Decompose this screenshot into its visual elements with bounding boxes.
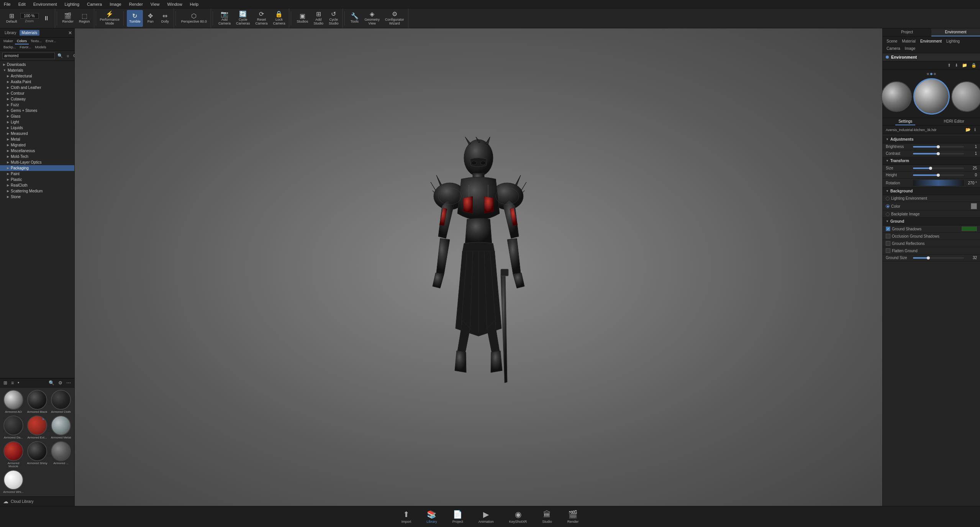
menu-edit[interactable]: Edit xyxy=(17,1,27,7)
ground-size-slider-thumb[interactable] xyxy=(927,256,930,259)
thumbs-list-icon[interactable]: ≡ xyxy=(10,380,15,386)
tree-materials[interactable]: ▼ Materials xyxy=(0,67,74,73)
tree-contour[interactable]: ▶ Contour xyxy=(0,90,74,96)
import-icon[interactable]: ⬆ xyxy=(946,62,952,68)
performance-mode-btn[interactable]: ⚡ Performance Mode xyxy=(98,10,122,27)
thumb-armored-shiny[interactable]: Armored Shiny xyxy=(26,441,48,469)
subtab-image[interactable]: Image xyxy=(903,46,917,51)
zoom-input[interactable] xyxy=(20,13,39,19)
bg-lighting-radio[interactable] xyxy=(886,197,890,200)
render-btn[interactable]: 🎬 Render xyxy=(60,10,76,27)
nav-envir[interactable]: Envir... xyxy=(44,38,58,44)
flatten-ground-checkbox[interactable] xyxy=(886,248,890,253)
tumble-btn[interactable]: ↻ Tumble xyxy=(127,10,143,27)
menu-environment[interactable]: Environment xyxy=(32,1,59,7)
tree-cloth[interactable]: ▶ Cloth and Leather xyxy=(0,85,74,90)
section-transform-header[interactable]: ▼ Transform xyxy=(883,157,980,165)
nav-models[interactable]: Models xyxy=(33,44,48,50)
folder-icon[interactable]: 📁 xyxy=(961,62,969,68)
ground-reflections-checkbox[interactable] xyxy=(886,241,890,246)
tab-library[interactable]: Library xyxy=(2,30,19,36)
menu-file[interactable]: File xyxy=(2,1,12,7)
tab-environment[interactable]: Environment xyxy=(931,28,980,36)
ground-size-slider[interactable] xyxy=(913,257,964,259)
contrast-slider[interactable] xyxy=(913,153,964,154)
brightness-slider[interactable] xyxy=(913,146,964,148)
subtab-environment[interactable]: Environment xyxy=(919,38,943,44)
tree-moldtech[interactable]: ▶ Mold-Tech xyxy=(0,154,74,159)
dolly-btn[interactable]: ⇔ Dolly xyxy=(158,10,172,27)
bottom-library-btn[interactable]: 📚 Library xyxy=(423,508,441,525)
bg-backplate-radio[interactable] xyxy=(886,212,890,216)
search-input[interactable] xyxy=(2,53,55,59)
menu-help[interactable]: Help xyxy=(188,1,200,7)
geometry-view-btn[interactable]: ◈ Geometry View xyxy=(362,10,382,27)
add-camera-btn[interactable]: 📷 Add Camera xyxy=(216,10,233,27)
nav-colors[interactable]: Colors xyxy=(15,38,29,44)
tree-measured[interactable]: ▶ Measured xyxy=(0,131,74,136)
pan-btn[interactable]: ✥ Pan xyxy=(144,10,157,27)
thumb-armored-black[interactable]: Armored Black xyxy=(26,390,48,414)
bottom-keyshot-xr-btn[interactable]: ◉ KeyShotXR xyxy=(505,508,531,525)
height-slider-thumb[interactable] xyxy=(937,174,940,177)
export-icon[interactable]: ⬇ xyxy=(954,62,959,68)
cycle-studio-btn[interactable]: ↺ Cycle Studio xyxy=(326,10,341,27)
menu-lighting[interactable]: Lighting xyxy=(63,1,81,7)
tree-misc[interactable]: ▶ Miscellaneous xyxy=(0,148,74,154)
nav-textures[interactable]: Textu... xyxy=(29,38,44,44)
brightness-slider-thumb[interactable] xyxy=(937,145,940,148)
thumb-armored-dark[interactable]: Armored Da... xyxy=(2,415,25,440)
menu-window[interactable]: Window xyxy=(166,1,184,7)
thumbs-dot-icon[interactable]: • xyxy=(16,380,20,386)
filename-info-icon[interactable]: ℹ xyxy=(973,127,977,133)
thumb-armored-muscle[interactable]: Armored Muscle xyxy=(2,441,25,469)
nav-backp[interactable]: Backp... xyxy=(2,44,18,50)
size-slider-thumb[interactable] xyxy=(929,167,932,170)
subtab-material[interactable]: Material xyxy=(900,38,917,44)
viewport[interactable] xyxy=(75,28,882,506)
thumbs-search-icon[interactable]: 🔍 xyxy=(48,380,56,386)
tree-gems[interactable]: ▶ Gems + Stones xyxy=(0,108,74,113)
section-background-header[interactable]: ▼ Background xyxy=(883,187,980,195)
cloud-library-btn[interactable]: ☁ Cloud Library xyxy=(0,496,74,506)
reset-camera-btn[interactable]: ⟳ Reset Camera xyxy=(253,10,270,27)
default-btn[interactable]: ⊞ Default xyxy=(4,10,20,27)
tree-fuzz[interactable]: ▶ Fuzz xyxy=(0,102,74,108)
menu-view[interactable]: View xyxy=(149,1,161,7)
thumbs-settings-icon[interactable]: ⚙ xyxy=(57,380,64,386)
menu-render[interactable]: Render xyxy=(128,1,144,7)
nav-maker[interactable]: Maker xyxy=(2,38,15,44)
bottom-project-btn[interactable]: 📄 Project xyxy=(449,508,467,525)
thumb-armored-ao[interactable]: Armored AO xyxy=(2,390,25,414)
bg-color-radio[interactable] xyxy=(886,204,890,208)
tree-axalta[interactable]: ▶ Axalta Paint xyxy=(0,79,74,85)
panel-close-btn[interactable]: ✕ xyxy=(68,30,72,36)
section-adjustments-header[interactable]: ▼ Adjustments xyxy=(883,136,980,143)
lock-camera-btn[interactable]: 🔒 Lock Camera xyxy=(270,10,287,27)
bottom-import-btn[interactable]: ⬆ Import xyxy=(398,508,415,525)
thumb-armored-generic[interactable]: Armored ... xyxy=(50,441,72,469)
subtab-scene[interactable]: Scene xyxy=(885,38,899,44)
bottom-animation-btn[interactable]: ▶ Animation xyxy=(475,508,498,525)
tree-packaging[interactable]: ▶ Packaging xyxy=(0,165,74,171)
lock-icon[interactable]: 🔒 xyxy=(970,62,978,68)
thumb-armored-ext[interactable]: + Armored Ext... xyxy=(26,415,48,440)
filename-open-icon[interactable]: 📂 xyxy=(964,127,972,133)
tab-materials[interactable]: Materials xyxy=(20,30,40,36)
nav-favor[interactable]: Favor... xyxy=(18,44,33,50)
cycle-cameras-btn[interactable]: 🔄 Cycle Cameras xyxy=(234,10,252,27)
occlusion-checkbox[interactable] xyxy=(886,234,890,238)
thumb-armored-cloth[interactable]: Armored Cloth xyxy=(50,390,72,414)
tree-cutaway[interactable]: ▶ Cutaway xyxy=(0,96,74,102)
thumbs-grid-icon[interactable]: ⊞ xyxy=(2,380,8,386)
section-ground-header[interactable]: ▼ Ground xyxy=(883,218,980,225)
tree-downloads[interactable]: ▶ Downloads xyxy=(0,62,74,67)
bottom-studio-btn[interactable]: 🏛 Studio xyxy=(538,509,556,525)
tree-stone[interactable]: ▶ Stone xyxy=(0,194,74,200)
region-btn[interactable]: ⬚ Region xyxy=(77,10,92,27)
tab-project[interactable]: Project xyxy=(883,28,931,36)
thumb-armored-white[interactable]: Armored Whi... xyxy=(2,470,25,494)
ground-shadows-checkbox[interactable] xyxy=(886,227,890,231)
tree-metal[interactable]: ▶ Metal xyxy=(0,136,74,142)
tree-realcloth[interactable]: ▶ RealCloth xyxy=(0,182,74,188)
